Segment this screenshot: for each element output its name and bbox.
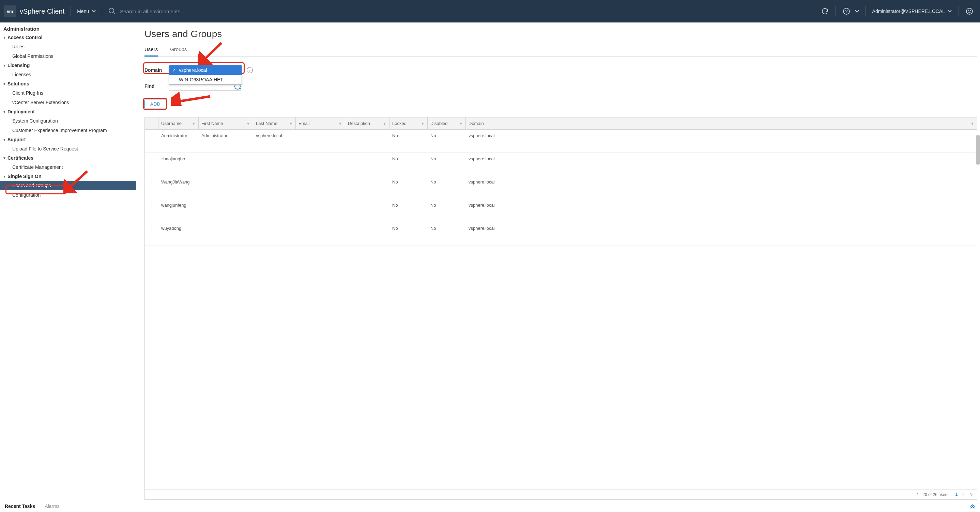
main-content: Users and Groups Users Groups Domain vsp…	[136, 22, 980, 500]
alarms-tab[interactable]: Alarms	[45, 504, 60, 509]
cell-firstname	[199, 176, 253, 199]
row-actions-menu[interactable]: ⋮	[145, 130, 158, 152]
global-search[interactable]	[108, 8, 818, 15]
caret-down-icon: ▼	[3, 63, 6, 67]
svg-point-6	[970, 10, 971, 11]
section-label: Certificates	[8, 155, 33, 161]
scrollbar[interactable]	[976, 135, 980, 165]
help-button[interactable]: ?	[840, 5, 853, 18]
domain-option-selected[interactable]: vsphere.local	[169, 65, 242, 75]
sidebar-section[interactable]: ▼Support	[0, 135, 136, 144]
product-name: vSphere Client	[20, 8, 64, 15]
table-header: Username▼ First Name▼ Last Name▼ Email▼ …	[145, 117, 977, 130]
cell-locked: No	[390, 176, 428, 199]
recent-tasks-tab[interactable]: Recent Tasks	[5, 504, 35, 509]
page-1[interactable]: 1	[956, 492, 958, 497]
cell-disabled: No	[428, 222, 466, 245]
find-label: Find	[145, 83, 164, 89]
col-disabled[interactable]: Disabled▼	[428, 117, 466, 129]
user-menu[interactable]: Administrator@VSPHERE.LOCAL	[870, 8, 955, 14]
section-label: Single Sign On	[8, 174, 41, 179]
page-2[interactable]: 2	[962, 492, 965, 497]
table-row[interactable]: ⋮wuyadongNoNovsphere.local	[145, 222, 977, 246]
topbar-right: ? Administrator@VSPHERE.LOCAL	[818, 5, 976, 18]
col-lastname[interactable]: Last Name▼	[253, 117, 296, 129]
filter-icon[interactable]: ▼	[289, 122, 293, 125]
tab-groups[interactable]: Groups	[170, 46, 187, 57]
sidebar-item[interactable]: Certificate Management	[0, 162, 136, 172]
double-chevron-up-icon	[970, 504, 975, 509]
feedback-button[interactable]	[963, 5, 976, 18]
col-description[interactable]: Description▼	[345, 117, 390, 129]
sidebar-item[interactable]: vCenter Server Extensions	[0, 98, 136, 107]
table-row[interactable]: ⋮AdministratorAdministratorvsphere.local…	[145, 130, 977, 153]
sidebar-item[interactable]: Customer Experience Improvement Program	[0, 125, 136, 135]
info-icon[interactable]: i	[247, 67, 253, 73]
chevron-down-icon	[92, 10, 96, 13]
row-actions-menu[interactable]: ⋮	[145, 222, 158, 245]
sidebar-section[interactable]: ▼Certificates	[0, 154, 136, 162]
sidebar-section[interactable]: ▼Single Sign On	[0, 172, 136, 181]
collapse-panel-button[interactable]	[970, 504, 975, 509]
filter-icon[interactable]: ▼	[383, 122, 387, 125]
sidebar-item[interactable]: Roles	[0, 42, 136, 51]
filter-icon[interactable]: ▼	[338, 122, 342, 125]
cell-username: WangJiaWang	[158, 176, 199, 199]
col-locked[interactable]: Locked▼	[390, 117, 428, 129]
add-button[interactable]: ADD	[145, 99, 166, 109]
refresh-button[interactable]	[818, 5, 831, 18]
sidebar-item[interactable]: Upload File to Service Request	[0, 144, 136, 154]
menu-dropdown[interactable]: Menu	[77, 8, 96, 14]
sidebar-section[interactable]: ▼Access Control	[0, 33, 136, 42]
sidebar-item[interactable]: System Configuration	[0, 116, 136, 125]
help-icon: ?	[843, 8, 850, 15]
cell-lastname	[253, 222, 296, 245]
filter-icon[interactable]: ▼	[970, 122, 974, 125]
sidebar-section[interactable]: ▼Licensing	[0, 61, 136, 70]
svg-line-8	[176, 96, 210, 102]
caret-down-icon: ▼	[3, 36, 6, 40]
col-firstname[interactable]: First Name▼	[199, 117, 253, 129]
cell-firstname	[199, 153, 253, 176]
chevron-down-icon	[855, 10, 859, 13]
cell-disabled: No	[428, 199, 466, 222]
pagination: 1 2	[956, 492, 973, 497]
sidebar-section[interactable]: ▼Solutions	[0, 79, 136, 88]
sidebar-section[interactable]: ▼Deployment	[0, 107, 136, 116]
sidebar-item[interactable]: Configuration	[0, 190, 136, 200]
tabs: Users Groups	[145, 46, 977, 57]
filter-icon[interactable]: ▼	[247, 122, 250, 125]
tab-users[interactable]: Users	[145, 46, 158, 57]
table-row[interactable]: ⋮WangJiaWangNoNovsphere.local	[145, 176, 977, 199]
domain-select[interactable]: vsphere.local WIN-G63ROAAIHET	[169, 65, 242, 75]
sidebar-item[interactable]: Client Plug-Ins	[0, 88, 136, 98]
next-page-button[interactable]	[969, 493, 973, 497]
col-email[interactable]: Email▼	[296, 117, 345, 129]
row-actions-menu[interactable]: ⋮	[145, 176, 158, 199]
filter-icon[interactable]: ▼	[421, 122, 425, 125]
section-label: Licensing	[8, 63, 30, 68]
vmware-logo: vm	[4, 5, 16, 17]
sidebar-item[interactable]: Users and Groups	[0, 181, 136, 190]
chevron-right-icon	[969, 493, 973, 497]
caret-down-icon: ▼	[3, 138, 6, 142]
row-actions-menu[interactable]: ⋮	[145, 199, 158, 222]
domain-dropdown: vsphere.local WIN-G63ROAAIHET	[169, 65, 242, 85]
cell-username: wuyadong	[158, 222, 199, 245]
filter-icon[interactable]: ▼	[192, 122, 196, 125]
cell-email	[296, 176, 345, 199]
domain-option[interactable]: WIN-G63ROAAIHET	[169, 75, 242, 84]
col-username[interactable]: Username▼	[158, 117, 199, 129]
col-domain[interactable]: Domain▼	[466, 117, 977, 129]
cell-description	[345, 222, 390, 245]
table-row[interactable]: ⋮zhaojiangboNoNovsphere.local	[145, 153, 977, 176]
find-filter-row: Find	[145, 81, 977, 91]
svg-text:?: ?	[845, 9, 848, 14]
table-row[interactable]: ⋮wangjunfengNoNovsphere.local	[145, 199, 977, 222]
row-actions-menu[interactable]: ⋮	[145, 153, 158, 176]
sidebar-item[interactable]: Global Permissions	[0, 51, 136, 61]
sidebar-item[interactable]: Licenses	[0, 70, 136, 79]
smiley-icon	[966, 8, 973, 15]
search-input[interactable]	[120, 8, 222, 14]
filter-icon[interactable]: ▼	[459, 122, 463, 125]
